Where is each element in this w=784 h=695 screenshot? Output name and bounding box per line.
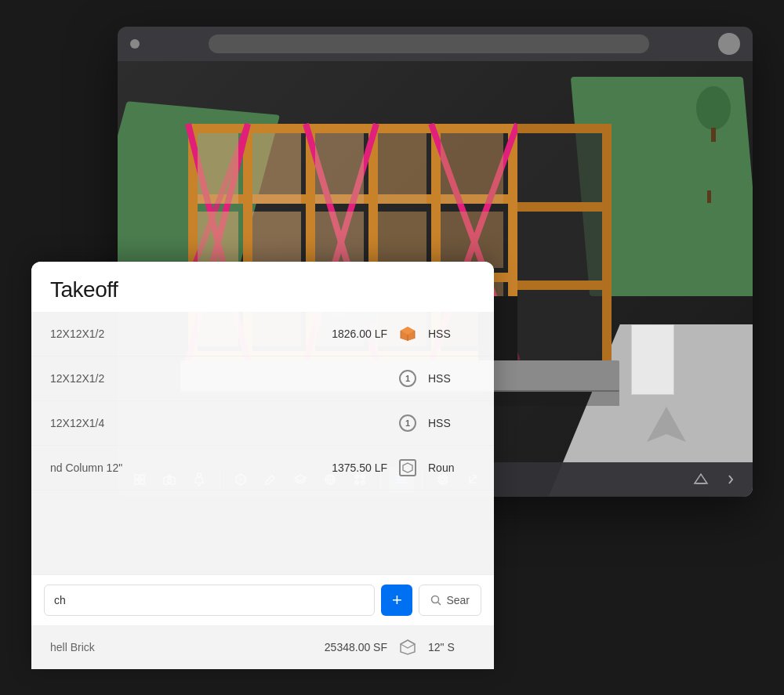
row-type-3: HSS [428,417,475,429]
row-name-2: 12X12X1/2 [50,372,299,385]
add-button[interactable]: + [381,585,412,616]
circle-num-icon-3: 1 [399,414,416,432]
trees-area [690,85,737,210]
row-icon-2: 1 [397,367,419,389]
browser-urlbar[interactable] [209,34,649,53]
row-value-4: 1375.50 LF [309,462,387,474]
white-building-block [631,324,674,395]
search-icon [430,595,441,606]
svg-point-1 [696,86,731,130]
takeoff-row-3[interactable]: 12X12X1/4 1 HSS [31,401,494,446]
takeoff-row-partial[interactable]: hell Brick 25348.00 SF 12" S [31,625,494,669]
search-input-wrap[interactable] [44,585,375,616]
svg-rect-4 [707,190,711,203]
svg-rect-29 [315,212,364,268]
perspective-btn[interactable] [688,467,713,492]
row-name-4: nd Column 12" [50,462,299,474]
svg-rect-37 [517,124,612,360]
svg-rect-42 [602,124,612,360]
takeoff-row-4[interactable]: nd Column 12" 1375.50 LF Roun [31,446,494,490]
svg-rect-25 [252,133,301,204]
chevron-right-btn[interactable] [718,467,743,492]
takeoff-panel: Takeoff 12X12X1/2 1826.00 LF HSS 12X12X1… [31,262,494,669]
road-arrow [643,403,690,450]
svg-rect-34 [441,133,503,204]
takeoff-content: 12X12X1/2 1826.00 LF HSS 12X12X1/2 1 [31,312,494,574]
svg-rect-22 [198,133,238,204]
takeoff-header: Takeoff [31,262,494,312]
browser-btn[interactable] [718,33,740,55]
browser-titlebar [118,27,753,61]
partial-row-icon [397,636,419,658]
takeoff-title: Takeoff [50,277,475,302]
row-name-1: 12X12X1/2 [50,328,299,340]
svg-rect-8 [188,124,517,133]
svg-rect-31 [378,133,426,204]
row-name-3: 12X12X1/4 [50,417,299,429]
row-icon-4 [397,457,419,479]
search-label: Sear [446,594,470,606]
box-outline-icon-4 [399,459,416,476]
svg-rect-26 [252,212,301,268]
takeoff-row-1[interactable]: 12X12X1/2 1826.00 LF HSS [31,312,494,357]
takeoff-row-2[interactable]: 12X12X1/2 1 HSS [31,357,494,401]
search-input[interactable] [54,594,365,606]
svg-rect-23 [198,212,238,268]
svg-point-3 [695,157,724,192]
svg-rect-38 [517,124,612,133]
row-icon-1 [397,323,419,345]
svg-line-70 [438,602,441,605]
row-type-1: HSS [428,328,475,340]
row-value-1: 1826.00 LF [309,328,387,340]
partial-row-type: 12" S [428,641,475,653]
partial-row-value: 25348.00 SF [309,641,387,653]
row-type-2: HSS [428,372,475,385]
takeoff-bottom-bar: + Sear [31,574,494,625]
svg-rect-32 [378,212,426,268]
search-button[interactable]: Sear [419,585,481,616]
svg-point-69 [432,595,439,603]
browser-dot-1 [130,39,140,49]
circle-num-icon-2: 1 [399,370,416,387]
partial-row-name: hell Brick [50,641,299,653]
svg-marker-0 [647,407,686,442]
svg-rect-2 [711,128,716,142]
row-type-4: Roun [428,462,475,474]
svg-rect-35 [441,212,503,268]
svg-rect-39 [517,202,612,212]
svg-rect-28 [315,133,364,204]
svg-rect-40 [517,281,612,290]
row-icon-3: 1 [397,412,419,434]
